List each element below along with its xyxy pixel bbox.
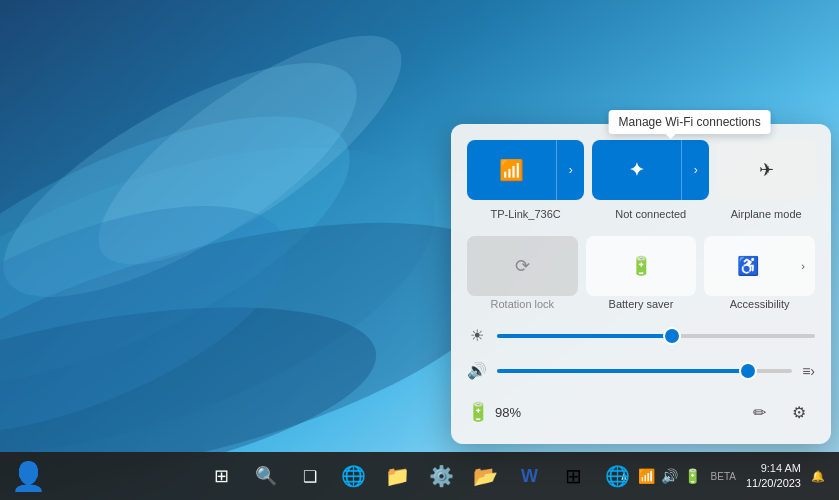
wifi-tile-button[interactable]: 📶 — [467, 140, 556, 200]
airplane-mode-tile[interactable]: ✈ — [717, 140, 815, 200]
bluetooth-chevron-button[interactable]: › — [681, 140, 709, 200]
bottom-bar: 🔋 98% ✏ ⚙ — [467, 396, 815, 428]
accessibility-label: Accessibility — [704, 298, 815, 310]
battery-icon: 🔋 — [467, 401, 489, 423]
volume-fill — [497, 369, 748, 373]
volume-end-icon: ≡› — [802, 363, 815, 379]
accessibility-tile-button[interactable]: ♿ — [704, 236, 791, 296]
wifi-tooltip: Manage Wi-Fi connections — [609, 110, 771, 134]
brightness-slider-row: ☀ — [467, 326, 815, 345]
airplane-icon: ✈ — [759, 159, 774, 181]
tiles-labels-row-1: TP-Link_736C Not connected Airplane mode — [467, 208, 815, 220]
wifi-label: TP-Link_736C — [467, 208, 584, 220]
tooltip-text: Manage Wi-Fi connections — [619, 115, 761, 129]
system-clock[interactable]: 9:14 AM 11/20/2023 — [746, 461, 801, 492]
volume-icon: 🔊 — [467, 361, 487, 380]
bottom-actions: ✏ ⚙ — [743, 396, 815, 428]
word-icon: W — [521, 466, 538, 487]
edit-icon: ✏ — [753, 403, 766, 422]
tiles-row-2: ⟳ 🔋 ♿ › — [467, 236, 815, 296]
accessibility-tile-group[interactable]: ♿ › — [704, 236, 815, 296]
tiles-labels-row-2: Rotation lock Battery saver Accessibilit… — [467, 298, 815, 310]
edge-icon: 🌐 — [341, 464, 366, 488]
chrome-button[interactable]: 🌐 — [598, 456, 638, 496]
wifi-tile-group[interactable]: 📶 › — [467, 140, 584, 200]
network-tray-icon[interactable]: 📶 — [638, 468, 655, 484]
volume-slider-row: 🔊 ≡› — [467, 361, 815, 380]
volume-tray-icon[interactable]: 🔊 — [661, 468, 678, 484]
brightness-slider[interactable] — [497, 334, 815, 338]
battery-saver-tile[interactable]: 🔋 — [586, 236, 697, 296]
battery-tray-icon[interactable]: 🔋 — [684, 468, 701, 484]
settings-button[interactable]: ⚙ — [783, 396, 815, 428]
settings-app-button[interactable]: ⚙️ — [422, 456, 462, 496]
clock-date: 11/20/2023 — [746, 476, 801, 491]
settings-app-icon: ⚙️ — [429, 464, 454, 488]
wifi-icon: 📶 — [499, 158, 524, 182]
action-center-panel: Manage Wi-Fi connections 📶 › ✦ › ✈ — [451, 124, 831, 444]
accessibility-icon: ♿ — [737, 255, 759, 277]
notification-area-text[interactable]: BETA — [705, 467, 742, 486]
bluetooth-label: Not connected — [592, 208, 709, 220]
brightness-fill — [497, 334, 672, 338]
files-button[interactable]: 📂 — [466, 456, 506, 496]
brightness-icon: ☀ — [467, 326, 487, 345]
start-button[interactable]: ⊞ — [202, 456, 242, 496]
accessibility-chevron-button[interactable]: › — [791, 236, 815, 296]
explorer-icon: 📁 — [385, 464, 410, 488]
rotation-lock-tile[interactable]: ⟳ — [467, 236, 578, 296]
tray-icons: 📶 🔊 🔋 — [638, 468, 701, 484]
office-button[interactable]: ⊞ — [554, 456, 594, 496]
settings-icon: ⚙ — [792, 403, 806, 422]
user-avatar[interactable]: 👤 — [8, 456, 48, 496]
edit-button[interactable]: ✏ — [743, 396, 775, 428]
word-button[interactable]: W — [510, 456, 550, 496]
taskbar-center: ⊞ 🔍 ❑ 🌐 📁 ⚙️ 📂 W ⊞ 🌐 — [202, 456, 638, 496]
rotation-lock-icon: ⟳ — [515, 255, 530, 277]
battery-info: 🔋 98% — [467, 401, 521, 423]
edge-button[interactable]: 🌐 — [334, 456, 374, 496]
office-icon: ⊞ — [565, 464, 582, 488]
windows-icon: ⊞ — [214, 465, 229, 487]
battery-percentage: 98% — [495, 405, 521, 420]
files-icon: 📂 — [473, 464, 498, 488]
wifi-chevron-button[interactable]: › — [556, 140, 584, 200]
tiles-row-1: 📶 › ✦ › ✈ — [467, 140, 815, 200]
battery-saver-icon: 🔋 — [630, 255, 652, 277]
bluetooth-icon: ✦ — [629, 159, 644, 181]
task-view-icon: ❑ — [303, 467, 317, 486]
volume-slider[interactable] — [497, 369, 792, 373]
battery-saver-label: Battery saver — [586, 298, 697, 310]
bell-icon: 🔔 — [811, 470, 825, 483]
volume-thumb[interactable] — [741, 364, 755, 378]
bluetooth-tile-button[interactable]: ✦ — [592, 140, 681, 200]
brightness-thumb[interactable] — [665, 329, 679, 343]
notification-button[interactable]: 🔔 — [805, 466, 831, 487]
bluetooth-tile-group[interactable]: ✦ › — [592, 140, 709, 200]
chevron-right-icon: › — [569, 163, 573, 177]
clock-time: 9:14 AM — [746, 461, 801, 476]
taskbar-left: 👤 — [0, 456, 48, 496]
airplane-label: Airplane mode — [717, 208, 815, 220]
search-button[interactable]: 🔍 — [246, 456, 286, 496]
chevron-right-icon-ac: › — [801, 260, 805, 272]
chevron-right-icon-bt: › — [694, 163, 698, 177]
explorer-button[interactable]: 📁 — [378, 456, 418, 496]
chrome-icon: 🌐 — [605, 464, 630, 488]
taskbar: 👤 ⊞ 🔍 ❑ 🌐 📁 ⚙️ 📂 W ⊞ 🌐 — [0, 452, 839, 500]
rotation-lock-label: Rotation lock — [467, 298, 578, 310]
task-view-button[interactable]: ❑ — [290, 456, 330, 496]
taskbar-right: ∧ 📶 🔊 🔋 BETA 9:14 AM 11/20/2023 🔔 — [614, 461, 839, 492]
search-icon: 🔍 — [255, 465, 277, 487]
